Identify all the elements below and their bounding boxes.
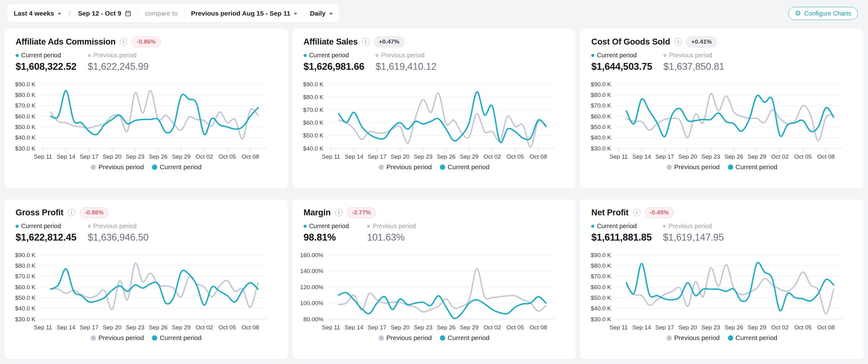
- svg-text:Sep 14: Sep 14: [345, 153, 364, 160]
- legend-item-previous[interactable]: Previous period: [379, 163, 432, 171]
- legend-item-previous[interactable]: Previous period: [666, 163, 720, 171]
- metric-line-chart[interactable]: $90.0 K$80.0 K$70.0 K$60.0 K$50.0 K$40.0…: [296, 80, 561, 160]
- chart-area: 160.00%140.00%120.00%100.00%80.00%Sep 11…: [296, 251, 565, 330]
- date-range-picker[interactable]: Sep 12 - Oct 9: [72, 10, 137, 17]
- granularity-label: Daily: [310, 10, 326, 17]
- info-icon[interactable]: i: [335, 209, 342, 216]
- current-period-label: Current period: [597, 52, 637, 59]
- compare-period-label: Previous period Aug 15 - Sep 11: [191, 10, 290, 17]
- legend-item-previous[interactable]: Previous period: [91, 334, 144, 341]
- previous-period-stat: Previous period 101.63%: [367, 223, 416, 243]
- svg-text:Sep 11: Sep 11: [321, 153, 340, 160]
- info-icon[interactable]: i: [362, 38, 370, 46]
- legend-item-previous[interactable]: Previous period: [379, 334, 432, 341]
- current-period-dot-icon: [304, 54, 307, 57]
- svg-text:Sep 14: Sep 14: [57, 153, 76, 160]
- current-period-dot-icon: [591, 54, 594, 57]
- svg-text:Sep 17: Sep 17: [80, 153, 98, 160]
- legend-item-previous[interactable]: Previous period: [91, 163, 144, 171]
- svg-text:Oct 05: Oct 05: [219, 324, 236, 330]
- current-period-value: 98.81%: [304, 232, 356, 243]
- previous-period-dot-icon: [88, 54, 91, 57]
- previous-period-dot-icon: [663, 54, 666, 57]
- configure-charts-button[interactable]: ⚙ Configure Charts: [788, 7, 858, 20]
- svg-text:$60.0 K: $60.0 K: [15, 284, 36, 290]
- svg-text:$80.0 K: $80.0 K: [15, 262, 36, 269]
- cards-grid: Affiliate Ads Commission i -0.86% Curren…: [4, 23, 864, 359]
- svg-text:Sep 17: Sep 17: [80, 324, 98, 330]
- svg-text:$50.0 K: $50.0 K: [591, 124, 612, 130]
- svg-text:Sep 17: Sep 17: [368, 324, 386, 330]
- svg-text:$70.0 K: $70.0 K: [303, 107, 323, 113]
- metric-line-chart[interactable]: 160.00%140.00%120.00%100.00%80.00%Sep 11…: [296, 251, 561, 330]
- legend-current-label: Current period: [736, 163, 777, 171]
- current-period-dot-icon: [591, 225, 594, 228]
- configure-charts-label: Configure Charts: [804, 10, 851, 17]
- metric-line-chart[interactable]: $90.0 K$80.0 K$70.0 K$60.0 K$50.0 K$40.0…: [584, 251, 848, 330]
- svg-text:$40.0 K: $40.0 K: [15, 134, 36, 141]
- current-period-value: $1,626,981.66: [304, 61, 365, 72]
- card-header: Affiliate Sales i +0.47%: [304, 35, 565, 48]
- previous-period-dot-icon: [663, 225, 666, 228]
- chart-area: $90.0 K$80.0 K$70.0 K$60.0 K$50.0 K$40.0…: [584, 80, 852, 160]
- svg-text:Sep 29: Sep 29: [747, 153, 766, 160]
- info-icon[interactable]: i: [68, 209, 75, 216]
- svg-text:Oct 08: Oct 08: [817, 324, 835, 330]
- svg-text:$80.0 K: $80.0 K: [303, 94, 323, 100]
- metric-card: Cost Of Goods Sold i +0.41% Current peri…: [580, 29, 864, 189]
- chart-area: $90.0 K$80.0 K$70.0 K$60.0 K$50.0 K$40.0…: [584, 251, 852, 330]
- chart-legend: Previous period Current period: [304, 163, 565, 171]
- svg-text:Sep 29: Sep 29: [747, 324, 766, 330]
- legend-item-current[interactable]: Current period: [440, 163, 489, 171]
- svg-text:Sep 26: Sep 26: [149, 153, 167, 160]
- metric-line-chart[interactable]: $90.0 K$80.0 K$70.0 K$60.0 K$50.0 K$40.0…: [8, 80, 273, 160]
- svg-text:$80.0 K: $80.0 K: [591, 92, 612, 98]
- svg-text:$50.0 K: $50.0 K: [15, 124, 36, 130]
- svg-text:140.00%: 140.00%: [300, 268, 323, 274]
- range-preset-dropdown[interactable]: Last 4 weeks: [7, 10, 67, 17]
- svg-text:Sep 29: Sep 29: [172, 153, 190, 160]
- svg-text:$70.0 K: $70.0 K: [591, 273, 612, 280]
- chevron-down-icon: [329, 13, 333, 15]
- legend-item-current[interactable]: Current period: [728, 334, 777, 341]
- granularity-dropdown[interactable]: Daily: [304, 10, 339, 17]
- calendar-icon: [125, 10, 131, 17]
- svg-text:$60.0 K: $60.0 K: [591, 284, 612, 290]
- current-period-stat: Current period $1,626,981.66: [304, 52, 365, 72]
- change-badge: -2.77%: [347, 207, 376, 218]
- svg-text:Sep 23: Sep 23: [414, 153, 432, 160]
- legend-current-label: Current period: [160, 334, 202, 341]
- svg-text:Oct 08: Oct 08: [817, 153, 835, 160]
- current-period-stat: Current period $1,644,503.75: [591, 52, 652, 72]
- compare-period-dropdown[interactable]: Previous period Aug 15 - Sep 11: [185, 10, 304, 17]
- legend-item-previous[interactable]: Previous period: [666, 334, 720, 341]
- svg-text:Sep 29: Sep 29: [460, 324, 478, 330]
- legend-item-current[interactable]: Current period: [440, 334, 489, 341]
- legend-previous-label: Previous period: [98, 163, 144, 171]
- info-icon[interactable]: i: [120, 38, 127, 46]
- current-period-label: Current period: [309, 223, 349, 230]
- metric-line-chart[interactable]: $90.0 K$80.0 K$70.0 K$60.0 K$50.0 K$40.0…: [584, 80, 848, 160]
- legend-item-current[interactable]: Current period: [152, 334, 202, 341]
- svg-text:Sep 23: Sep 23: [702, 324, 720, 330]
- previous-series-dot-icon: [379, 335, 384, 341]
- svg-text:Sep 26: Sep 26: [437, 153, 456, 160]
- legend-item-current[interactable]: Current period: [728, 163, 777, 171]
- metric-card: Margin i -2.77% Current period 98.81% Pr…: [292, 199, 576, 359]
- svg-text:Oct 02: Oct 02: [195, 153, 213, 160]
- svg-text:$70.0 K: $70.0 K: [15, 102, 36, 109]
- svg-text:$60.0 K: $60.0 K: [591, 113, 612, 120]
- legend-previous-label: Previous period: [386, 163, 432, 171]
- previous-series-dot-icon: [91, 335, 96, 341]
- svg-text:Sep 17: Sep 17: [368, 153, 386, 160]
- metric-line-chart[interactable]: $90.0 K$80.0 K$70.0 K$60.0 K$50.0 K$40.0…: [8, 251, 273, 330]
- legend-current-label: Current period: [448, 334, 489, 341]
- legend-item-current[interactable]: Current period: [152, 163, 202, 171]
- previous-period-label: Previous period: [373, 223, 416, 230]
- chart-legend: Previous period Current period: [304, 334, 565, 341]
- info-icon[interactable]: i: [674, 38, 682, 46]
- info-icon[interactable]: i: [633, 209, 641, 216]
- card-title: Affiliate Ads Commission: [16, 37, 116, 47]
- legend-previous-label: Previous period: [674, 334, 720, 341]
- svg-text:Sep 11: Sep 11: [321, 324, 340, 330]
